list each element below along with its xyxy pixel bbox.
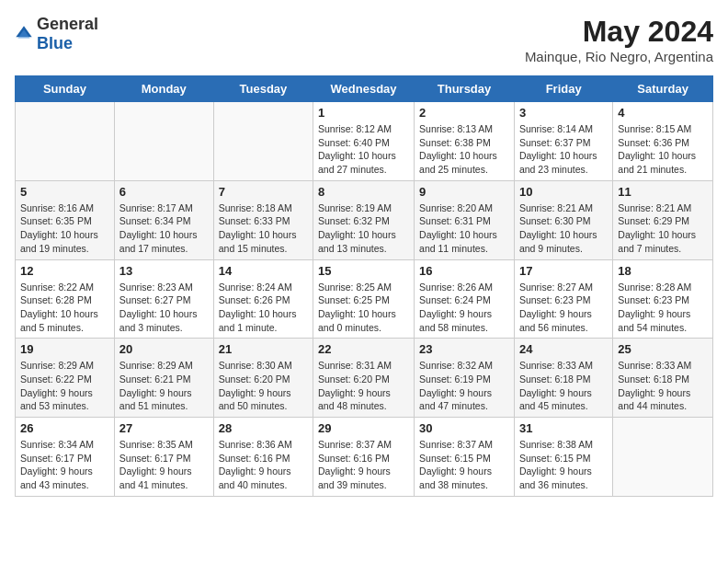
day-number: 14 (219, 264, 308, 278)
calendar-cell: 3Sunrise: 8:14 AM Sunset: 6:37 PM Daylig… (514, 102, 612, 181)
day-number: 26 (20, 421, 109, 435)
calendar-cell: 5Sunrise: 8:16 AM Sunset: 6:35 PM Daylig… (16, 180, 115, 259)
day-number: 9 (419, 185, 509, 199)
day-info: Sunrise: 8:25 AM Sunset: 6:25 PM Dayligh… (318, 281, 409, 335)
calendar-cell: 30Sunrise: 8:37 AM Sunset: 6:15 PM Dayli… (415, 418, 515, 497)
day-number: 17 (519, 264, 608, 278)
day-info: Sunrise: 8:36 AM Sunset: 6:16 PM Dayligh… (219, 438, 308, 492)
calendar-cell: 29Sunrise: 8:37 AM Sunset: 6:16 PM Dayli… (313, 418, 415, 497)
day-number: 24 (519, 342, 608, 356)
day-info: Sunrise: 8:22 AM Sunset: 6:28 PM Dayligh… (20, 281, 109, 335)
logo-text: General Blue (37, 15, 98, 53)
day-number: 7 (219, 185, 308, 199)
day-number: 4 (618, 106, 708, 120)
calendar-cell (114, 102, 213, 181)
day-info: Sunrise: 8:27 AM Sunset: 6:23 PM Dayligh… (519, 281, 608, 335)
day-info: Sunrise: 8:33 AM Sunset: 6:18 PM Dayligh… (519, 359, 608, 413)
calendar-cell (613, 418, 713, 497)
day-number: 10 (519, 185, 608, 199)
day-info: Sunrise: 8:14 AM Sunset: 6:37 PM Dayligh… (519, 122, 608, 177)
day-info: Sunrise: 8:30 AM Sunset: 6:20 PM Dayligh… (219, 359, 308, 413)
day-info: Sunrise: 8:19 AM Sunset: 6:32 PM Dayligh… (318, 201, 409, 256)
calendar-cell: 12Sunrise: 8:22 AM Sunset: 6:28 PM Dayli… (16, 259, 115, 339)
calendar-cell: 4Sunrise: 8:15 AM Sunset: 6:36 PM Daylig… (613, 102, 713, 181)
calendar-cell: 24Sunrise: 8:33 AM Sunset: 6:18 PM Dayli… (514, 339, 612, 418)
day-info: Sunrise: 8:29 AM Sunset: 6:22 PM Dayligh… (20, 359, 109, 413)
day-info: Sunrise: 8:38 AM Sunset: 6:15 PM Dayligh… (519, 438, 608, 492)
weekday-header-row: SundayMondayTuesdayWednesdayThursdayFrid… (16, 76, 713, 102)
calendar-cell: 26Sunrise: 8:34 AM Sunset: 6:17 PM Dayli… (16, 418, 115, 497)
calendar-week-row: 1Sunrise: 8:12 AM Sunset: 6:40 PM Daylig… (16, 102, 713, 181)
calendar-cell: 17Sunrise: 8:27 AM Sunset: 6:23 PM Dayli… (514, 259, 612, 339)
calendar-cell: 6Sunrise: 8:17 AM Sunset: 6:34 PM Daylig… (114, 180, 213, 259)
day-info: Sunrise: 8:12 AM Sunset: 6:40 PM Dayligh… (318, 122, 409, 177)
weekday-header-monday: Monday (114, 76, 213, 102)
calendar-cell: 28Sunrise: 8:36 AM Sunset: 6:16 PM Dayli… (213, 418, 313, 497)
calendar-cell (16, 102, 115, 181)
day-number: 16 (419, 264, 509, 278)
calendar-cell: 1Sunrise: 8:12 AM Sunset: 6:40 PM Daylig… (313, 102, 415, 181)
weekday-header-saturday: Saturday (613, 76, 713, 102)
calendar-cell: 2Sunrise: 8:13 AM Sunset: 6:38 PM Daylig… (415, 102, 515, 181)
calendar-cell: 19Sunrise: 8:29 AM Sunset: 6:22 PM Dayli… (16, 339, 115, 418)
calendar-week-row: 26Sunrise: 8:34 AM Sunset: 6:17 PM Dayli… (16, 418, 713, 497)
weekday-header-sunday: Sunday (16, 76, 115, 102)
day-info: Sunrise: 8:24 AM Sunset: 6:26 PM Dayligh… (219, 281, 308, 335)
calendar-cell: 27Sunrise: 8:35 AM Sunset: 6:17 PM Dayli… (114, 418, 213, 497)
day-number: 8 (318, 185, 409, 199)
day-info: Sunrise: 8:13 AM Sunset: 6:38 PM Dayligh… (419, 122, 509, 177)
day-info: Sunrise: 8:16 AM Sunset: 6:35 PM Dayligh… (20, 201, 109, 256)
calendar-cell: 15Sunrise: 8:25 AM Sunset: 6:25 PM Dayli… (313, 259, 415, 339)
calendar-cell: 22Sunrise: 8:31 AM Sunset: 6:20 PM Dayli… (313, 339, 415, 418)
calendar-cell: 7Sunrise: 8:18 AM Sunset: 6:33 PM Daylig… (213, 180, 313, 259)
day-number: 21 (219, 342, 308, 356)
logo-icon (15, 25, 33, 43)
day-info: Sunrise: 8:18 AM Sunset: 6:33 PM Dayligh… (219, 201, 308, 256)
month-year-title: May 2024 (525, 15, 713, 49)
day-info: Sunrise: 8:26 AM Sunset: 6:24 PM Dayligh… (419, 281, 509, 335)
day-number: 27 (119, 421, 209, 435)
day-info: Sunrise: 8:32 AM Sunset: 6:19 PM Dayligh… (419, 359, 509, 413)
day-number: 15 (318, 264, 409, 278)
day-info: Sunrise: 8:15 AM Sunset: 6:36 PM Dayligh… (618, 122, 708, 177)
logo-blue: Blue (37, 34, 73, 52)
day-number: 22 (318, 342, 409, 356)
day-number: 1 (318, 106, 409, 120)
day-info: Sunrise: 8:34 AM Sunset: 6:17 PM Dayligh… (20, 438, 109, 492)
day-number: 25 (618, 342, 708, 356)
day-number: 19 (20, 342, 109, 356)
logo: General Blue (15, 15, 98, 53)
calendar-week-row: 12Sunrise: 8:22 AM Sunset: 6:28 PM Dayli… (16, 259, 713, 339)
day-number: 13 (119, 264, 209, 278)
calendar-cell: 13Sunrise: 8:23 AM Sunset: 6:27 PM Dayli… (114, 259, 213, 339)
day-info: Sunrise: 8:29 AM Sunset: 6:21 PM Dayligh… (119, 359, 209, 413)
calendar-cell: 16Sunrise: 8:26 AM Sunset: 6:24 PM Dayli… (415, 259, 515, 339)
day-number: 3 (519, 106, 608, 120)
day-number: 2 (419, 106, 509, 120)
calendar-cell: 14Sunrise: 8:24 AM Sunset: 6:26 PM Dayli… (213, 259, 313, 339)
weekday-header-friday: Friday (514, 76, 612, 102)
day-info: Sunrise: 8:31 AM Sunset: 6:20 PM Dayligh… (318, 359, 409, 413)
day-info: Sunrise: 8:28 AM Sunset: 6:23 PM Dayligh… (618, 281, 708, 335)
calendar-cell: 25Sunrise: 8:33 AM Sunset: 6:18 PM Dayli… (613, 339, 713, 418)
weekday-header-thursday: Thursday (415, 76, 515, 102)
calendar-cell: 11Sunrise: 8:21 AM Sunset: 6:29 PM Dayli… (613, 180, 713, 259)
day-number: 30 (419, 421, 509, 435)
calendar-cell: 31Sunrise: 8:38 AM Sunset: 6:15 PM Dayli… (514, 418, 612, 497)
day-info: Sunrise: 8:23 AM Sunset: 6:27 PM Dayligh… (119, 281, 209, 335)
weekday-header-tuesday: Tuesday (213, 76, 313, 102)
calendar-cell: 9Sunrise: 8:20 AM Sunset: 6:31 PM Daylig… (415, 180, 515, 259)
day-info: Sunrise: 8:37 AM Sunset: 6:15 PM Dayligh… (419, 438, 509, 492)
day-number: 20 (119, 342, 209, 356)
day-info: Sunrise: 8:21 AM Sunset: 6:30 PM Dayligh… (519, 201, 608, 256)
calendar-cell (213, 102, 313, 181)
day-number: 18 (618, 264, 708, 278)
day-info: Sunrise: 8:17 AM Sunset: 6:34 PM Dayligh… (119, 201, 209, 256)
calendar-week-row: 19Sunrise: 8:29 AM Sunset: 6:22 PM Dayli… (16, 339, 713, 418)
weekday-header-wednesday: Wednesday (313, 76, 415, 102)
day-number: 31 (519, 421, 608, 435)
day-info: Sunrise: 8:35 AM Sunset: 6:17 PM Dayligh… (119, 438, 209, 492)
logo-general: General (37, 15, 98, 33)
calendar-table: SundayMondayTuesdayWednesdayThursdayFrid… (15, 75, 713, 497)
calendar-cell: 18Sunrise: 8:28 AM Sunset: 6:23 PM Dayli… (613, 259, 713, 339)
